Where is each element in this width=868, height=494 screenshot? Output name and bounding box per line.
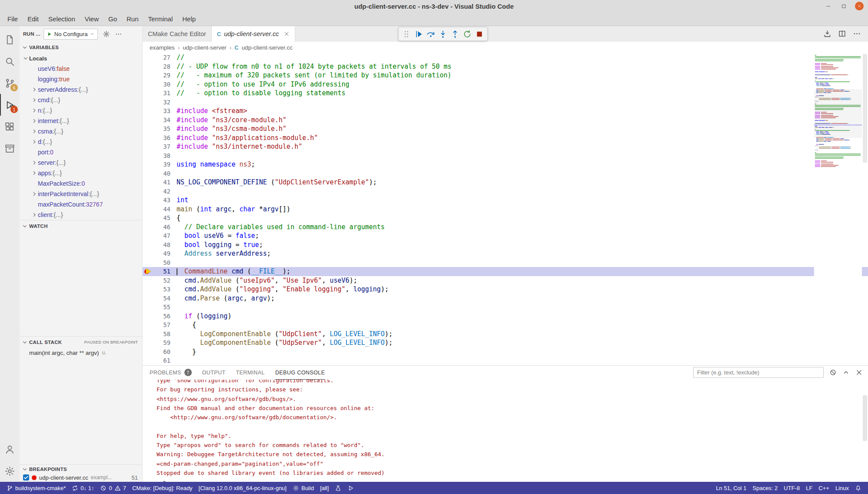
close-tab-icon[interactable]: [284, 31, 290, 37]
code-text[interactable]: // - UDP flow from n0 to n1 of 1024 byte…: [177, 62, 868, 71]
code-text[interactable]: main (int argc, char *argv[]): [177, 205, 868, 214]
status-language-mode[interactable]: C++: [815, 482, 832, 494]
continue-button[interactable]: [413, 29, 424, 40]
editor-scrollbar[interactable]: [862, 53, 868, 365]
activity-run-and-debug[interactable]: 1: [0, 94, 20, 116]
minimize-button[interactable]: [824, 2, 832, 10]
code-text[interactable]: [177, 187, 868, 196]
variable-row[interactable]: interPacketInterval: {...}: [20, 189, 142, 199]
code-text[interactable]: bool logging = true;: [177, 240, 868, 250]
code-text[interactable]: // - option to disable logging statement…: [177, 89, 868, 98]
code-text[interactable]: if (logging): [177, 312, 868, 321]
code-text[interactable]: {: [177, 214, 868, 223]
breakpoint-gutter[interactable]: [143, 151, 154, 160]
breakpoint-gutter[interactable]: [143, 276, 154, 285]
status-eol[interactable]: LF: [803, 482, 815, 494]
code-text[interactable]: [177, 98, 868, 107]
variable-row[interactable]: n: {...}: [20, 105, 142, 116]
status-indentation[interactable]: Spaces: 2: [750, 482, 781, 494]
breakpoint-row[interactable]: udp-client-server.ccexampl...51: [20, 473, 142, 482]
variable-row[interactable]: maxPacketCount: 32767: [20, 199, 142, 210]
status-cmake-run[interactable]: [344, 482, 357, 494]
console-filter-input[interactable]: [693, 367, 824, 378]
menu-help[interactable]: Help: [177, 13, 200, 26]
step-over-button[interactable]: [425, 29, 436, 40]
variable-row[interactable]: server: {...}: [20, 157, 142, 168]
status-cmake-kit[interactable]: [Clang 12.0.0 x86_64-pc-linux-gnu]: [196, 482, 290, 494]
breakpoint-gutter[interactable]: [143, 53, 154, 62]
variable-row[interactable]: MaxPacketSize: 0: [20, 178, 142, 189]
breakpoint-gutter[interactable]: [143, 330, 154, 339]
code-text[interactable]: LogComponentEnable ("UdpServer", LOG_LEV…: [177, 338, 868, 347]
code-text[interactable]: [177, 356, 868, 365]
breakpoint-gutter[interactable]: [143, 267, 154, 276]
breakpoint-gutter[interactable]: [143, 187, 154, 196]
call-stack-frame[interactable]: main(int argc, char ** argv)u.: [20, 347, 142, 358]
gear-icon[interactable]: [103, 30, 110, 38]
step-into-button[interactable]: [437, 29, 448, 40]
variable-row[interactable]: d: {...}: [20, 137, 142, 147]
tab-udp-client-server-cc[interactable]: Cudp-client-server.cc: [212, 26, 295, 42]
code-text[interactable]: }: [177, 347, 868, 357]
menu-view[interactable]: View: [80, 13, 103, 26]
code-text[interactable]: #include "ns3/core-module.h": [177, 116, 868, 125]
menu-file[interactable]: File: [3, 13, 23, 26]
call-stack-section-header[interactable]: CALL STACK PAUSED ON BREAKPOINT: [20, 336, 142, 347]
code-text[interactable]: //: [177, 53, 868, 62]
code-text[interactable]: cmd.AddValue ("useIpv6", "Use Ipv6", use…: [177, 276, 868, 285]
code-text[interactable]: // Declare variables used in command-lin…: [177, 223, 868, 232]
breakpoint-gutter[interactable]: [143, 196, 154, 205]
variables-section-header[interactable]: VARIABLES: [20, 42, 142, 53]
breakpoint-gutter[interactable]: [143, 285, 154, 294]
menu-edit[interactable]: Edit: [23, 13, 43, 26]
code-text[interactable]: NS_LOG_COMPONENT_DEFINE ("UdpClientServe…: [177, 178, 868, 187]
status-ctest[interactable]: [332, 482, 344, 494]
status-cmake-target[interactable]: [all]: [317, 482, 332, 494]
code-text[interactable]: #include "ns3/internet-module.h": [177, 142, 868, 151]
code-text[interactable]: [177, 169, 868, 178]
code-text[interactable]: cmd.AddValue ("logging", "Enable logging…: [177, 285, 868, 294]
variables-scope[interactable]: Locals: [20, 53, 142, 63]
breakpoint-gutter[interactable]: [143, 249, 154, 258]
tab-cmake-cache-editor[interactable]: CMake Cache Editor: [143, 26, 212, 42]
breakpoint-gutter[interactable]: [143, 214, 154, 223]
maximize-panel-icon[interactable]: [842, 369, 850, 376]
stop-button[interactable]: [474, 29, 485, 40]
breakpoint-gutter[interactable]: [143, 160, 154, 169]
status-cursor-position[interactable]: Ln 51, Col 1: [713, 482, 749, 494]
activity-extensions[interactable]: [0, 116, 20, 137]
code-text[interactable]: #include <fstream>: [177, 107, 868, 116]
minimap[interactable]: [814, 53, 862, 365]
breakpoint-gutter[interactable]: [143, 347, 154, 357]
variable-row[interactable]: logging: true: [20, 74, 142, 84]
code-text[interactable]: [177, 258, 868, 267]
breakpoint-gutter[interactable]: [143, 116, 154, 125]
breakpoint-gutter[interactable]: [143, 107, 154, 116]
step-out-button[interactable]: [450, 29, 461, 40]
panel-tab-terminal[interactable]: TERMINAL: [236, 366, 264, 380]
close-panel-icon[interactable]: [855, 369, 863, 376]
scrollbar-thumb[interactable]: [863, 54, 867, 163]
code-text[interactable]: // - option to use IPv4 or IPv6 addressi…: [177, 80, 868, 89]
breakpoint-gutter[interactable]: [143, 294, 154, 303]
breakpoint-gutter[interactable]: [143, 178, 154, 187]
console-scrollbar-thumb[interactable]: [863, 395, 867, 441]
menu-run[interactable]: Run: [122, 13, 144, 26]
code-text[interactable]: cmd.Parse (argc, argv);: [177, 294, 868, 303]
maximize-button[interactable]: [839, 2, 848, 10]
status-notifications[interactable]: [852, 482, 865, 494]
debug-config-dropdown[interactable]: No Configura: [43, 29, 98, 40]
breakpoint-gutter[interactable]: [143, 62, 154, 71]
breadcrumb-item[interactable]: udp-client-server.cc: [242, 44, 293, 51]
breadcrumb-item[interactable]: udp-client-server: [183, 44, 227, 51]
code-text[interactable]: [177, 151, 868, 160]
breakpoint-gutter[interactable]: [143, 71, 154, 80]
variable-row[interactable]: cmd: {...}: [20, 95, 142, 105]
activity-explorer[interactable]: [0, 29, 20, 50]
variable-row[interactable]: csma: {...}: [20, 126, 142, 137]
code-text[interactable]: Address serverAddress;: [177, 249, 868, 258]
panel-tab-output[interactable]: OUTPUT: [202, 366, 226, 380]
panel-tab-debug-console[interactable]: DEBUG CONSOLE: [275, 366, 325, 380]
more-actions-icon[interactable]: [115, 30, 122, 38]
menu-go[interactable]: Go: [103, 13, 122, 26]
